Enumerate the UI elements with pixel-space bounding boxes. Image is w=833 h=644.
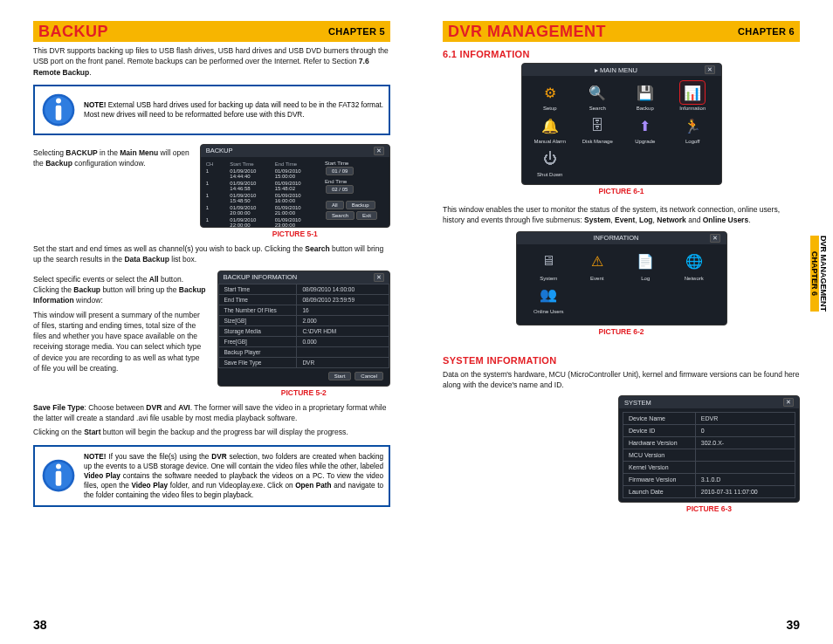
table-row: Size[GB]2.000	[218, 315, 389, 325]
exit-button[interactable]: Exit	[356, 211, 377, 220]
page-number: 38	[33, 618, 47, 632]
page-number: 39	[786, 618, 800, 632]
figure-caption: PICTURE 5-2	[217, 388, 391, 397]
close-icon[interactable]: ✕	[705, 65, 715, 74]
t: in the	[98, 148, 120, 157]
note-label: NOTE!	[84, 101, 106, 109]
cancel-button[interactable]: Cancel	[355, 372, 383, 380]
table-row[interactable]: 101/09/2010 14:44:4001/09/2010 15:00:00	[206, 168, 316, 180]
t: BACKUP	[65, 148, 97, 157]
col-ch: CH	[206, 161, 227, 167]
close-icon[interactable]: ✕	[710, 234, 720, 243]
paragraph: This window will present a summary of th…	[33, 310, 207, 374]
t: : Choose between	[84, 403, 146, 412]
note-box-2: NOTE! If you save the file(s) using the …	[33, 445, 390, 507]
menu-item-shut-down[interactable]: ⏻Shut Down	[529, 147, 572, 177]
t: Backup	[73, 285, 100, 294]
fig-title: MAIN MENU	[600, 66, 637, 74]
search-button[interactable]: Search	[326, 211, 355, 220]
note-label: NOTE!	[84, 453, 106, 461]
t: Selecting	[33, 148, 65, 157]
t: .	[748, 216, 750, 224]
paragraph: This window enables the user to monitor …	[443, 204, 800, 226]
t: DVR	[146, 403, 162, 412]
t: AVI	[178, 403, 190, 412]
backup-button[interactable]: Backup	[346, 201, 375, 209]
menu-item-upgrade[interactable]: ⬆Upgrade	[624, 114, 667, 144]
table-row: Free[GB]0.000	[218, 336, 389, 346]
section-heading: SYSTEM INFORMATION	[443, 355, 800, 366]
figure-main-menu: ▸ MAIN MENU✕ ⚙Setup🔍Search💾Backup📊Inform…	[521, 63, 722, 185]
fig-title: INFORMATION	[594, 234, 639, 242]
close-icon[interactable]: ✕	[374, 147, 384, 155]
t: Set the start and end times as well as c…	[33, 244, 305, 253]
note-box-1: NOTE! External USB hard drives used for …	[33, 85, 390, 135]
t: button will bring up the	[100, 285, 179, 294]
header-bar-right: DVR MANAGEMENT CHAPTER 6	[443, 21, 800, 42]
svg-point-2	[56, 98, 61, 103]
t: Start Time	[325, 161, 386, 166]
page-title: DVR MANAGEMENT	[448, 23, 606, 41]
t: Main Menu	[120, 148, 158, 157]
menu-item-setup[interactable]: ⚙Setup	[529, 81, 572, 111]
t: Select specific events or select the	[33, 275, 149, 284]
paragraph: Data on the system's hardware, MCU (Micr…	[443, 369, 800, 391]
table-row: The Number Of Files16	[218, 305, 389, 315]
close-icon[interactable]: ✕	[783, 398, 794, 407]
table-row: Kernel Version	[623, 462, 795, 474]
intro-text: This DVR supports backing up files to US…	[33, 45, 390, 78]
start-time-field[interactable]: 01 / 09	[326, 167, 354, 175]
t: Open Path	[295, 482, 331, 490]
table-row[interactable]: 101/09/2010 20:00:0001/09/2010 21:00:00	[206, 204, 316, 216]
t: Network	[657, 216, 686, 224]
info-item-log[interactable]: 📄Log	[626, 253, 666, 281]
table-row[interactable]: 101/09/2010 14:46:5801/09/2010 15:48:02	[206, 180, 316, 192]
t: If you save the file(s) using the	[106, 453, 211, 461]
sidetab-label: DVR MANAGEMENT	[819, 236, 828, 312]
figure-backup-list: BACKUP✕ CHStart TimeEnd Time 101/09/2010…	[200, 144, 390, 228]
menu-item-logoff[interactable]: 🏃Logoff	[671, 114, 714, 144]
close-icon[interactable]: ✕	[374, 273, 384, 282]
info-item-online-users[interactable]: 👥Online Users	[529, 286, 569, 314]
end-time-field[interactable]: 02 / 05	[326, 185, 354, 194]
table-row: Firmware Version3.1.0.D	[623, 474, 795, 486]
menu-item-search[interactable]: 🔍Search	[576, 81, 619, 111]
text: .	[89, 68, 91, 77]
fig-title: BACKUP INFORMATION	[224, 273, 298, 281]
t: Online Users	[703, 216, 748, 224]
t: Video Play	[131, 482, 168, 490]
all-button[interactable]: All	[326, 201, 344, 209]
t: button will begin the backup and the pro…	[101, 428, 348, 436]
table-row[interactable]: 101/09/2010 15:48:5001/09/2010 16:00:00	[206, 192, 316, 204]
info-item-system[interactable]: 🖥System	[529, 253, 569, 281]
information-grid: 🖥System⚠Event📄Log🌐Network👥Online Users	[517, 244, 726, 325]
paragraph: Save File Type: Choose between DVR and A…	[33, 402, 390, 424]
figure-caption: PICTURE 6-1	[521, 187, 722, 195]
t: window:	[74, 296, 103, 305]
backup-side-controls: Start Time 01 / 09 End Time 02 / 05 AllB…	[321, 157, 389, 228]
menu-item-information[interactable]: 📊Information	[671, 81, 714, 111]
menu-item-manual-alarm[interactable]: 🔔Manual Alarm	[529, 114, 572, 144]
figure-caption: PICTURE 6-2	[516, 327, 727, 336]
col-end: End Time	[275, 161, 316, 167]
row-select-fig51: Selecting BACKUP in the Main Menu will o…	[33, 144, 390, 238]
info-item-network[interactable]: 🌐Network	[674, 253, 714, 281]
start-button[interactable]: Start	[328, 372, 352, 380]
paragraph: Set the start and end times as well as c…	[33, 243, 390, 265]
t: DVR	[211, 453, 226, 461]
table-row: Device ID0	[623, 425, 795, 437]
table-row: Device NameEDVR	[623, 413, 795, 425]
figure-caption: PICTURE 5-1	[200, 230, 390, 238]
info-item-event[interactable]: ⚠Event	[577, 253, 617, 281]
figure-backup-info: BACKUP INFORMATION✕ Start Time08/09/2010…	[217, 271, 391, 387]
t: configuration window.	[72, 159, 146, 168]
chapter-label: CHAPTER 5	[328, 26, 385, 37]
menu-item-disk-manage[interactable]: 🗄Disk Manage	[576, 114, 619, 144]
table-row: Launch Date2010-07-31 11:07:00	[623, 486, 795, 498]
section-heading: 6.1 INFORMATION	[443, 49, 800, 59]
table-row[interactable]: 101/09/2010 22:00:0001/09/2010 23:00:00	[206, 216, 316, 228]
t: All	[149, 275, 159, 284]
t: list box.	[169, 255, 196, 264]
page-right: DVR MANAGEMENT CHAPTER 6 6.1 INFORMATION…	[416, 0, 833, 644]
menu-item-backup[interactable]: 💾Backup	[624, 81, 667, 111]
